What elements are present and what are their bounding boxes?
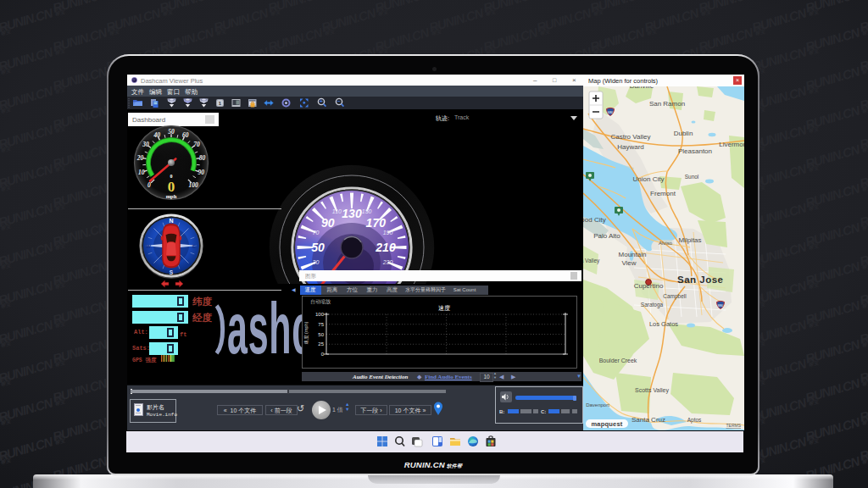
svg-text:110: 110 — [332, 208, 342, 214]
svg-text:30: 30 — [313, 259, 320, 265]
svg-text:San Jose: San Jose — [677, 274, 724, 285]
svg-text:mapquest: mapquest — [591, 420, 622, 428]
svg-text:TERMS: TERMS — [726, 423, 742, 428]
svg-text:速度: 速度 — [438, 305, 450, 312]
svg-text:Scotts Valley: Scotts Valley — [635, 387, 669, 394]
svg-text:40: 40 — [153, 131, 160, 139]
svg-text:75: 75 — [318, 322, 324, 327]
svg-text:170: 170 — [366, 216, 387, 230]
svg-text:Campbell: Campbell — [663, 293, 687, 300]
svg-text:N: N — [169, 218, 173, 224]
svg-text:Palo Alto: Palo Alto — [593, 232, 620, 240]
svg-text:Sunol: Sunol — [685, 174, 699, 180]
svg-text:70: 70 — [313, 230, 320, 236]
svg-text:Cupertino: Cupertino — [634, 282, 664, 290]
svg-text:50: 50 — [311, 241, 325, 254]
svg-text:90: 90 — [198, 169, 204, 176]
svg-text:Saratoga: Saratoga — [641, 302, 664, 308]
svg-text:Fremont: Fremont — [650, 190, 676, 197]
svg-text:25: 25 — [318, 341, 324, 347]
svg-text:50: 50 — [318, 332, 324, 337]
svg-text:100: 100 — [315, 312, 325, 317]
svg-text:Santa Cruz: Santa Cruz — [632, 416, 665, 424]
svg-text:Alviso: Alviso — [659, 241, 673, 246]
svg-text:Dublin: Dublin — [674, 130, 693, 137]
svg-text:E: E — [192, 244, 196, 249]
svg-text:W: W — [146, 244, 151, 249]
svg-text:0: 0 — [147, 181, 151, 189]
svg-text:50: 50 — [168, 128, 175, 136]
svg-text:Castro Valley: Castro Valley — [611, 133, 651, 141]
svg-text:Union City: Union City — [633, 175, 665, 183]
svg-text:80: 80 — [199, 154, 206, 162]
svg-text:a Valley: a Valley — [583, 258, 600, 264]
svg-text:Los Gatos: Los Gatos — [649, 320, 678, 328]
svg-text:Aptos: Aptos — [687, 417, 702, 424]
svg-text:230: 230 — [382, 259, 393, 265]
svg-text:View: View — [621, 259, 636, 267]
svg-text:ood City: ood City — [583, 216, 606, 224]
svg-text:100: 100 — [189, 181, 199, 189]
svg-text:10: 10 — [138, 169, 145, 176]
svg-text:Danville: Danville — [630, 86, 654, 90]
svg-text:0: 0 — [170, 174, 173, 179]
svg-text:Boulder Creek: Boulder Creek — [599, 358, 637, 363]
svg-text:Pleasanton: Pleasanton — [678, 147, 712, 155]
svg-text:190: 190 — [383, 230, 393, 236]
svg-text:San Ramon: San Ramon — [649, 100, 685, 108]
svg-text:Davenport: Davenport — [586, 402, 609, 408]
svg-text:680: 680 — [608, 110, 614, 114]
svg-text:130: 130 — [342, 207, 362, 220]
svg-text:20: 20 — [136, 154, 144, 162]
svg-text:自动缩放: 自动缩放 — [310, 298, 331, 305]
svg-text:S: S — [170, 269, 174, 275]
svg-text:速度 (mph): 速度 (mph) — [303, 321, 309, 344]
svg-text:880: 880 — [718, 303, 724, 308]
svg-text:150: 150 — [362, 208, 372, 214]
svg-text:90: 90 — [321, 216, 335, 230]
svg-text:−: − — [337, 98, 341, 104]
svg-text:Milpitas: Milpitas — [678, 236, 701, 244]
svg-text:mph: mph — [166, 193, 177, 199]
svg-text:60: 60 — [182, 131, 189, 139]
svg-text:210: 210 — [375, 241, 396, 254]
svg-text:+: + — [320, 98, 323, 104]
svg-text:30: 30 — [142, 141, 149, 148]
svg-text:70: 70 — [193, 141, 200, 148]
svg-text:Mountain: Mountain — [619, 251, 647, 258]
svg-text:Livermore: Livermore — [719, 141, 744, 148]
svg-text:Hayward: Hayward — [617, 143, 644, 151]
